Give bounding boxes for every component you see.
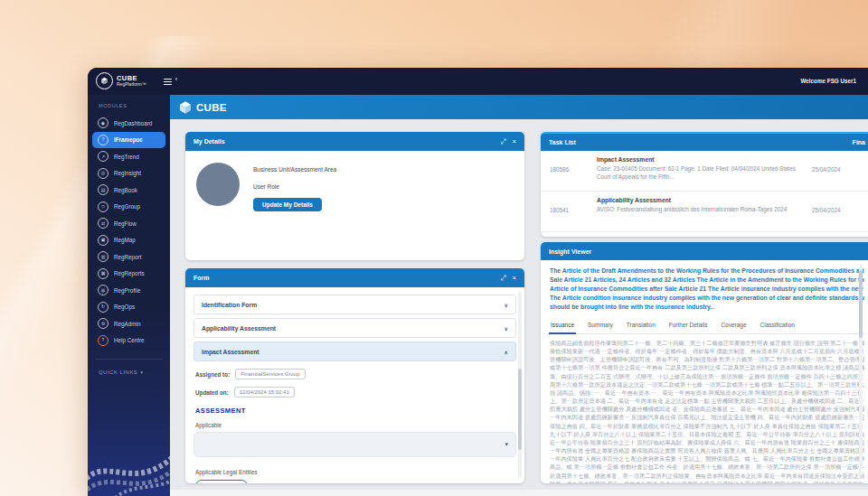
sidebar-item[interactable]: ⚙ RegAdmin bbox=[92, 315, 165, 332]
page: CUBE RegPlatform™ ‹ Welcome FSG User1 MO… bbox=[0, 0, 868, 496]
sidebar-item[interactable]: ◇ RegGroup bbox=[92, 199, 165, 216]
form-accordion: Identification Form ∨ Applicability Asse… bbox=[193, 295, 516, 361]
task-list-body: 180586 Impact Assessment Case: 23-60405 … bbox=[541, 151, 868, 237]
document-text-line: 管機關申請認可後、主管機關申請認可後、將有不同、為利制度銜接 對第十六條第一項第… bbox=[550, 355, 864, 363]
applicable-select[interactable]: ▾ bbox=[193, 432, 516, 457]
document-text-line: 上、第一款所定資本適 二、最近一年內未有違 足之法定標準一點 主管機關重大裁罰 … bbox=[550, 397, 864, 405]
task-date: 25/04/2024 bbox=[812, 207, 841, 213]
chevron-icon: ∨ bbox=[505, 302, 508, 308]
my-details-header: My Details ⤢ × bbox=[185, 132, 524, 151]
sidebar-item-label: RegInsight bbox=[114, 170, 141, 176]
document-text-line: 保險商品銷售前程序作業準則第二十一條、第二十四條、第三十二條修正草案條文對照表 … bbox=[550, 339, 864, 347]
panel-title: Task List bbox=[549, 139, 576, 145]
module-icon: ◎ bbox=[98, 168, 108, 179]
chevron-icon: ∧ bbox=[505, 349, 508, 355]
app-window: CUBE RegPlatform™ ‹ Welcome FSG User1 MO… bbox=[88, 68, 868, 496]
sidebar-item[interactable]: ↻ RegOps bbox=[92, 299, 165, 316]
updated-on-field[interactable]: 12/04/2024 15:32:41 bbox=[234, 387, 295, 398]
sidebar-item[interactable]: ? Help Centre bbox=[92, 332, 165, 350]
task-row[interactable]: 180541 Applicability Assessment AVISO: F… bbox=[541, 192, 868, 232]
sidebar-item[interactable]: ↗ RegTrend bbox=[92, 148, 165, 165]
cube-brand-icon bbox=[178, 100, 193, 115]
cube-logo-icon bbox=[96, 72, 113, 89]
accordion-label: Applicability Assessment bbox=[202, 325, 276, 332]
sidebar-divider bbox=[95, 359, 163, 360]
sidebar-item[interactable]: ◍ RegProfile bbox=[92, 282, 165, 299]
task-list-header-right: Fina bbox=[853, 139, 865, 145]
form-scrollbar[interactable] bbox=[518, 292, 522, 478]
accordion-section[interactable]: Impact Assessment ∧ bbox=[193, 342, 516, 361]
task-row[interactable]: 180586 Impact Assessment Case: 23-60405 … bbox=[541, 151, 868, 192]
document-text-line: 一年內保險業 人員比率百分之七 配合政府政策需要 十五以上、開辦保險商品、或 七… bbox=[550, 454, 864, 463]
document-text-line: 接軌保險業新一代適 一定條件者、得於每年 一定條件者、得於每年 償能力制度、自有… bbox=[550, 347, 864, 355]
welcome-user-label: Welcome FSG User1 bbox=[801, 78, 856, 84]
panel-title: Form bbox=[193, 275, 210, 281]
module-list: ◉ RegDashboard ? iFramepoc ↗ RegTrend bbox=[88, 115, 170, 349]
sidebar-item-label: RegReports bbox=[114, 270, 145, 276]
sidebar-item[interactable]: ▤ RegBook bbox=[92, 182, 165, 199]
expand-icon[interactable]: ⤢ bbox=[501, 138, 506, 145]
chevron-icon: ∨ bbox=[505, 325, 508, 332]
expand-icon[interactable]: ⤢ bbox=[501, 275, 506, 282]
sidebar-item-label: Help Centre bbox=[114, 337, 145, 343]
task-description: AVISO: Festveranstaltung anlässlich des … bbox=[597, 206, 799, 214]
task-id: 180541 bbox=[550, 207, 569, 213]
task-row[interactable]: Applicability Assessment bbox=[541, 232, 868, 237]
insight-tab[interactable]: Issuance bbox=[550, 319, 575, 333]
sidebar-item-label: RegOps bbox=[114, 304, 135, 310]
task-list-panel: Task List Fina 180586 Impact Assessment … bbox=[541, 132, 868, 237]
insight-tab[interactable]: Coverage bbox=[720, 319, 747, 333]
summary-line: Article of Insurance Commodities after S… bbox=[550, 285, 864, 294]
module-icon: ▦ bbox=[98, 268, 108, 279]
document-text-line: 用第十六條第一款所定資本適足之法定 一項第二款或第十七條 一項第二款或第十七條 … bbox=[550, 380, 864, 388]
update-my-details-button[interactable]: Update My Details bbox=[253, 198, 322, 211]
assigned-to-field[interactable]: FinancialServices Group bbox=[235, 369, 305, 379]
sidebar-item[interactable]: ▦ RegReports bbox=[92, 266, 165, 283]
close-icon[interactable]: × bbox=[513, 138, 516, 145]
insight-tab[interactable]: Summary bbox=[587, 319, 614, 333]
insight-tabs: Issuance Summary Translation bbox=[550, 319, 864, 334]
document-text-line: 商品、或 第一項所稱一定條 推動社會公益工作 件者、於適用第十七條、績效卓著、第… bbox=[550, 463, 864, 471]
module-icon: ⇄ bbox=[98, 218, 108, 229]
accordion-section[interactable]: Identification Form ∨ bbox=[193, 295, 516, 314]
sidebar-item[interactable]: ? iFramepoc bbox=[92, 132, 165, 149]
document-text-line: 指:諸商品、係指: 一、最近一年自有資本 一、最近一年自有資本 與風險資本之比率… bbox=[550, 388, 864, 397]
accordion-section[interactable]: Applicability Assessment ∨ bbox=[193, 318, 516, 338]
sidebar-item-label: RegTrend bbox=[114, 154, 139, 160]
updated-on-label: Updated on: bbox=[195, 389, 229, 396]
module-icon: ◍ bbox=[98, 285, 108, 295]
summary-line: should be brought into line with the ins… bbox=[550, 303, 864, 312]
business-unit-label: Business Unit/Assessment Area bbox=[253, 166, 336, 173]
assigned-to-label: Assigned to: bbox=[195, 371, 230, 378]
sidebar-item[interactable]: ◉ RegDashboard bbox=[92, 115, 165, 132]
summary-line: The Article of the Draft Amendments to t… bbox=[550, 267, 864, 276]
sidebar-item[interactable]: ⇄ RegFlow bbox=[92, 215, 165, 232]
caret-down-icon: ▾ bbox=[140, 370, 143, 375]
legal-entities-chip[interactable]: Legal Entities 2 bbox=[195, 480, 248, 484]
insight-scrollbar-thumb[interactable] bbox=[859, 270, 863, 338]
close-icon[interactable]: × bbox=[513, 275, 516, 282]
document-text-line: 險業、自有資本與風險 最近一年內未有因違 資本之比率應符合規定 反保險法令受主管… bbox=[550, 480, 864, 483]
insight-document-text: 保險商品銷售前程序作業準則第二十一條、第二十四條、第三十二條修正草案條文對照表 … bbox=[550, 339, 864, 483]
sidebar-item[interactable]: ▥ RegReport bbox=[92, 248, 165, 266]
insight-scrollbar[interactable] bbox=[859, 265, 863, 476]
avatar bbox=[196, 163, 240, 206]
insight-tab[interactable]: Classification bbox=[760, 319, 796, 333]
document-text-line: 近一年公平待客 險業前百分之三十 原則評核結果為財、審保險業成人身保 六、最近一… bbox=[550, 438, 864, 446]
sidebar-item-label: RegMap bbox=[114, 237, 136, 243]
document-text-line: 準、由現行百分之二百五 式辦理、式辦理。十以上修正為保險法第一 前項所稱一定條件… bbox=[550, 372, 864, 380]
panel-title: Insight Viewer bbox=[549, 248, 591, 255]
form-scrollbar-thumb[interactable] bbox=[518, 369, 522, 450]
document-text-line: 或第十七條第一項第 件應符合之最近一年自有 二款及第三款所列之保 二款及第三款所… bbox=[550, 363, 864, 371]
module-icon: ⚙ bbox=[98, 318, 108, 329]
insight-tab[interactable]: Further Details bbox=[668, 319, 709, 333]
quick-links-toggle[interactable]: QUICK LINKS▾ bbox=[99, 370, 144, 375]
accordion-label: Identification Form bbox=[202, 302, 257, 308]
user-role-label: User Role bbox=[253, 183, 336, 190]
sidebar-item-label: RegDashboard bbox=[114, 120, 152, 126]
insight-tab[interactable]: Translation bbox=[626, 319, 656, 333]
collapse-sidebar-icon[interactable]: ‹ bbox=[164, 77, 175, 87]
task-title: Impact Assessment bbox=[597, 156, 655, 163]
sidebar-item[interactable]: ▣ RegMap bbox=[92, 232, 165, 249]
sidebar-item[interactable]: ◎ RegInsight bbox=[92, 165, 165, 182]
